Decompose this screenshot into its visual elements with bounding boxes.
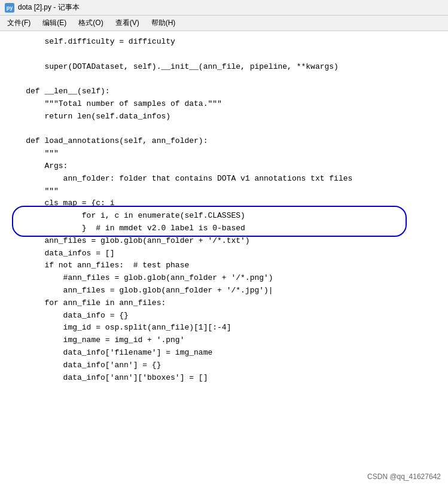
code-line: cls_map = {c: i [7, 197, 441, 210]
code-line: data_infos = [] [7, 248, 441, 260]
code-line: #ann_files = glob.glob(ann_folder + '/*.… [7, 272, 441, 285]
code-line: } # in mmdet v2.0 label is 0-based [7, 222, 441, 235]
code-line: ann_files = glob.glob(ann_folder + '/*.j… [7, 285, 441, 297]
app-icon: py [5, 3, 14, 13]
code-line: img_name = img_id + '.png' [7, 334, 441, 347]
code-line [7, 123, 441, 136]
menu-bar: 文件(F) 编辑(E) 格式(O) 查看(V) 帮助(H) [0, 16, 448, 31]
title-bar: py dota [2].py - 记事本 [0, 0, 448, 16]
code-line: ann_folder: folder that contains DOTA v1… [7, 173, 441, 185]
code-line [7, 73, 441, 86]
code-line: def load_annotations(self, ann_folder): [7, 135, 441, 148]
code-line: img_id = osp.split(ann_file)[1][:-4] [7, 322, 441, 334]
window-title: dota [2].py - 记事本 [18, 2, 80, 13]
code-line: Args: [7, 160, 441, 173]
menu-file[interactable]: 文件(F) [5, 17, 33, 29]
code-line: """Total number of samples of data.""" [7, 98, 441, 111]
code-line: for i, c in enumerate(self.CLASSES) [7, 210, 441, 222]
code-line: data_info['ann']['bboxes'] = [] [7, 372, 441, 385]
code-line: """ [7, 148, 441, 160]
code-line: ann_files = glob.glob(ann_folder + '/*.t… [7, 235, 441, 248]
menu-help[interactable]: 帮助(H) [149, 17, 178, 29]
watermark: CSDN @qq_41627642 [367, 471, 441, 483]
code-line: """ [7, 185, 441, 198]
code-line: data_info['filename'] = img_name [7, 347, 441, 359]
code-line: super(DOTADataset, self).__init__(ann_fi… [7, 61, 441, 74]
code-line: self.difficulty = difficulty [7, 36, 441, 48]
code-line: for ann_file in ann_files: [7, 297, 441, 310]
code-line: if not ann_files: # test phase [7, 260, 441, 272]
code-line: def __len__(self): [7, 86, 441, 98]
menu-format[interactable]: 格式(O) [76, 17, 105, 29]
code-area[interactable]: self.difficulty = difficulty super(DOTAD… [0, 31, 448, 490]
code-line: return len(self.data_infos) [7, 111, 441, 123]
code-line: data_info = {} [7, 310, 441, 322]
code-line: data_info['ann'] = {} [7, 359, 441, 372]
menu-edit[interactable]: 编辑(E) [40, 17, 69, 29]
code-line [7, 48, 441, 61]
menu-view[interactable]: 查看(V) [113, 17, 142, 29]
